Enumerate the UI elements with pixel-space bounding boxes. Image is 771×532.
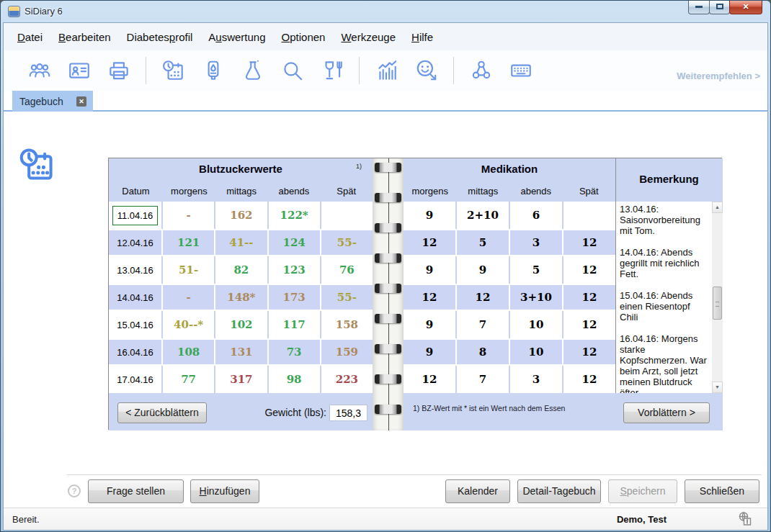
bz-value-cell[interactable]: 122* bbox=[269, 202, 321, 229]
calendar-button[interactable]: Kalender bbox=[445, 479, 510, 503]
diary-clock-calendar-icon[interactable] bbox=[161, 58, 186, 83]
page-back-button[interactable]: < Zurückblättern bbox=[117, 402, 207, 423]
bz-value-cell[interactable]: - bbox=[163, 202, 215, 229]
med-value-cell[interactable]: 6 bbox=[510, 202, 563, 229]
ask-button[interactable]: Frage stellen bbox=[88, 479, 184, 503]
bz-value-cell[interactable]: 159 bbox=[321, 338, 373, 366]
med-value-cell[interactable]: 12 bbox=[563, 229, 615, 256]
med-value-cell[interactable]: 7 bbox=[457, 311, 510, 338]
bz-value-cell[interactable]: 317 bbox=[215, 366, 268, 393]
bz-value-cell[interactable]: 121 bbox=[163, 229, 215, 256]
wellbeing-icon[interactable] bbox=[414, 58, 439, 83]
bz-value-cell[interactable]: 223 bbox=[321, 366, 373, 393]
bz-value-cell[interactable]: 76 bbox=[321, 256, 373, 284]
date-cell[interactable]: 14.04.16 bbox=[109, 284, 163, 311]
bz-value-cell[interactable]: 162 bbox=[215, 202, 268, 229]
med-value-cell[interactable]: 12 bbox=[563, 256, 615, 284]
menu-item-datei[interactable]: Datei bbox=[9, 27, 50, 48]
profile-card-icon[interactable] bbox=[67, 58, 92, 83]
med-value-cell[interactable]: 12 bbox=[563, 284, 615, 311]
med-value-cell[interactable]: 7 bbox=[457, 366, 510, 393]
bz-value-cell[interactable] bbox=[321, 202, 373, 229]
recommend-link[interactable]: Weiterempfehlen > bbox=[677, 71, 760, 81]
food-drink-icon[interactable] bbox=[320, 58, 344, 83]
med-value-cell[interactable]: 9 bbox=[404, 256, 457, 284]
med-value-cell[interactable]: 9 bbox=[457, 256, 510, 284]
med-value-cell[interactable]: 12 bbox=[404, 284, 457, 311]
print-icon[interactable] bbox=[107, 58, 131, 83]
bz-value-cell[interactable]: 77 bbox=[163, 366, 215, 393]
med-value-cell[interactable] bbox=[563, 202, 615, 229]
keyboard-icon[interactable] bbox=[509, 58, 533, 83]
detail-button[interactable]: Detail-Tagebuch bbox=[517, 479, 601, 503]
share-icon[interactable] bbox=[469, 58, 494, 83]
menu-item-optionen[interactable]: Optionen bbox=[274, 27, 334, 48]
patients-icon[interactable] bbox=[27, 58, 52, 83]
med-value-cell[interactable]: 5 bbox=[510, 256, 563, 284]
notes-textarea[interactable]: 13.04.16: Saisonvorbereitung mit Tom.14.… bbox=[616, 202, 712, 393]
med-value-cell[interactable]: 10 bbox=[510, 338, 563, 366]
date-cell[interactable]: 11.04.16 bbox=[109, 202, 163, 229]
statistics-icon[interactable] bbox=[375, 58, 399, 83]
med-value-cell[interactable]: 9 bbox=[404, 311, 457, 338]
page-forward-button[interactable]: Vorblättern > bbox=[623, 402, 710, 423]
bz-value-cell[interactable]: 124 bbox=[269, 229, 321, 256]
menu-item-diabetesprofil[interactable]: Diabetesprofil bbox=[119, 27, 201, 48]
title-bar[interactable]: SiDiary 6 ✕ bbox=[1, 1, 770, 22]
glucose-meter-icon[interactable] bbox=[201, 58, 226, 83]
help-icon[interactable]: ? bbox=[68, 484, 81, 497]
scroll-up-icon[interactable]: ▲ bbox=[712, 202, 723, 213]
maximize-button[interactable] bbox=[709, 1, 730, 14]
med-value-cell[interactable]: 12 bbox=[563, 311, 615, 338]
med-value-cell[interactable]: 8 bbox=[457, 338, 510, 366]
bz-value-cell[interactable]: 98 bbox=[269, 366, 321, 393]
bz-value-cell[interactable]: 131 bbox=[215, 338, 268, 366]
med-value-cell[interactable]: 10 bbox=[510, 311, 563, 338]
med-value-cell[interactable]: 3 bbox=[510, 366, 563, 393]
bz-value-cell[interactable]: 102 bbox=[215, 311, 268, 338]
bz-value-cell[interactable]: 158 bbox=[321, 311, 373, 338]
bz-value-cell[interactable]: 51- bbox=[163, 256, 215, 284]
med-value-cell[interactable]: 12 bbox=[404, 366, 457, 393]
med-value-cell[interactable]: 2+10 bbox=[457, 202, 510, 229]
close-button[interactable]: ✕ bbox=[729, 1, 762, 14]
med-value-cell[interactable]: 3+10 bbox=[510, 284, 563, 311]
minimize-button[interactable] bbox=[688, 1, 710, 14]
bz-value-cell[interactable]: 148* bbox=[215, 284, 268, 311]
med-value-cell[interactable]: 9 bbox=[404, 202, 457, 229]
bz-value-cell[interactable]: 55- bbox=[321, 284, 373, 311]
med-value-cell[interactable]: 9 bbox=[404, 338, 457, 366]
weight-input[interactable] bbox=[329, 405, 367, 421]
menu-item-auswertung[interactable]: Auswertung bbox=[200, 27, 273, 48]
tab-close-icon[interactable]: ✕ bbox=[76, 96, 86, 107]
med-value-cell[interactable]: 12 bbox=[563, 366, 615, 393]
med-value-cell[interactable]: 3 bbox=[510, 229, 563, 256]
med-value-cell[interactable]: 12 bbox=[404, 229, 457, 256]
add-button[interactable]: Hinzufügen bbox=[190, 479, 259, 503]
menu-item-hilfe[interactable]: Hilfe bbox=[404, 27, 441, 48]
date-cell[interactable]: 16.04.16 bbox=[109, 338, 163, 366]
med-value-cell[interactable]: 12 bbox=[563, 338, 615, 366]
bz-value-cell[interactable]: 40--* bbox=[163, 311, 215, 338]
tab-tagebuch[interactable]: Tagebuch ✕ bbox=[12, 91, 93, 112]
close-button[interactable]: Schließen bbox=[685, 479, 759, 503]
bz-value-cell[interactable]: 117 bbox=[269, 311, 321, 338]
bz-value-cell[interactable]: 41-- bbox=[215, 229, 268, 256]
menu-item-werkzeuge[interactable]: Werkzeuge bbox=[333, 27, 404, 48]
date-cell[interactable]: 17.04.16 bbox=[109, 366, 163, 393]
bz-value-cell[interactable]: 173 bbox=[269, 284, 321, 311]
date-cell[interactable]: 13.04.16 bbox=[109, 256, 163, 284]
search-icon[interactable] bbox=[280, 58, 305, 83]
notes-scrollbar[interactable]: ▲ ▼ bbox=[712, 202, 723, 393]
save-button[interactable]: Speichern bbox=[608, 479, 677, 503]
med-value-cell[interactable]: 12 bbox=[457, 284, 510, 311]
date-cell[interactable]: 12.04.16 bbox=[109, 229, 163, 256]
bz-value-cell[interactable]: 73 bbox=[269, 338, 321, 366]
bz-value-cell[interactable]: - bbox=[163, 284, 215, 311]
med-value-cell[interactable]: 5 bbox=[457, 229, 510, 256]
bz-value-cell[interactable]: 55- bbox=[321, 229, 373, 256]
bz-value-cell[interactable]: 123 bbox=[269, 256, 321, 284]
scrollbar-thumb[interactable] bbox=[713, 287, 722, 320]
bz-value-cell[interactable]: 82 bbox=[215, 256, 268, 284]
scroll-down-icon[interactable]: ▼ bbox=[712, 382, 723, 393]
